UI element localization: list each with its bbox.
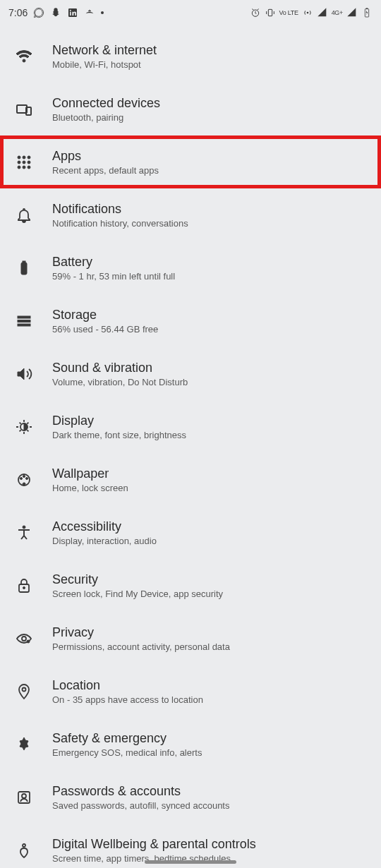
svg-rect-19 xyxy=(21,263,27,275)
display-icon xyxy=(13,416,35,438)
signal-1-icon xyxy=(317,7,328,18)
svg-rect-22 xyxy=(18,320,30,322)
missed-call-icon xyxy=(84,7,95,18)
setting-subtitle: Dark theme, font size, brightness xyxy=(52,430,186,440)
setting-sound[interactable]: Sound & vibration Volume, vibration, Do … xyxy=(0,347,381,400)
setting-title: Apps xyxy=(52,149,159,164)
signal-2-icon xyxy=(346,7,358,18)
wellbeing-icon xyxy=(13,839,35,862)
setting-subtitle: Mobile, Wi-Fi, hotspot xyxy=(52,59,157,70)
setting-subtitle: Recent apps, default apps xyxy=(52,165,159,176)
svg-point-11 xyxy=(23,156,25,159)
overflow-dot-icon xyxy=(101,11,104,14)
svg-rect-7 xyxy=(366,8,368,8)
setting-subtitle: Saved passwords, autofill, synced accoun… xyxy=(52,800,229,811)
setting-subtitle: Permissions, account activity, personal … xyxy=(52,641,230,652)
svg-point-12 xyxy=(28,156,30,159)
setting-subtitle: Volume, vibration, Do Not Disturb xyxy=(52,377,188,387)
lock-icon xyxy=(13,574,35,597)
setting-title: Privacy xyxy=(52,625,230,640)
setting-title: Security xyxy=(52,572,223,587)
svg-point-18 xyxy=(28,166,30,169)
setting-title: Passwords & accounts xyxy=(52,784,229,799)
setting-subtitle: Emergency SOS, medical info, alerts xyxy=(52,747,202,758)
svg-point-10 xyxy=(18,156,20,159)
setting-accessibility[interactable]: Accessibility Display, interaction, audi… xyxy=(0,506,381,559)
svg-point-15 xyxy=(28,161,30,164)
status-bar: 7:06 Vo LTE 4G+ xyxy=(0,0,381,23)
setting-connected-devices[interactable]: Connected devices Bluetooth, pairing xyxy=(0,83,381,135)
setting-title: Notifications xyxy=(52,202,188,217)
setting-title: Network & internet xyxy=(52,43,157,58)
svg-rect-1 xyxy=(70,12,71,16)
linkedin-icon xyxy=(67,7,78,18)
setting-privacy[interactable]: Privacy Permissions, account activity, p… xyxy=(0,612,381,665)
setting-subtitle: Notification history, conversations xyxy=(52,218,188,229)
setting-apps[interactable]: Apps Recent apps, default apps xyxy=(0,135,381,188)
vibrate-icon xyxy=(265,7,276,18)
battery-icon xyxy=(13,257,35,279)
snapchat-icon xyxy=(50,7,61,18)
svg-point-13 xyxy=(18,161,20,164)
setting-subtitle: Screen lock, Find My Device, app securit… xyxy=(52,589,223,599)
storage-icon xyxy=(13,310,35,332)
network-type: 4G+ xyxy=(332,9,343,16)
setting-title: Connected devices xyxy=(52,96,160,111)
svg-point-27 xyxy=(23,475,25,477)
status-left: 7:06 xyxy=(8,7,104,18)
setting-storage[interactable]: Storage 56% used - 56.44 GB free xyxy=(0,294,381,347)
setting-title: Sound & vibration xyxy=(52,361,188,375)
nav-indicator[interactable] xyxy=(145,860,236,864)
location-icon xyxy=(13,680,35,703)
svg-point-2 xyxy=(70,10,71,11)
svg-point-31 xyxy=(23,586,25,589)
setting-title: Location xyxy=(52,678,203,693)
setting-display[interactable]: Display Dark theme, font size, brightnes… xyxy=(0,400,381,453)
setting-subtitle: Home, lock screen xyxy=(52,483,128,493)
volte-label: Vo LTE xyxy=(279,10,298,16)
settings-list[interactable]: Network & internet Mobile, Wi-Fi, hotspo… xyxy=(0,23,381,868)
setting-notifications[interactable]: Notifications Notification history, conv… xyxy=(0,188,381,241)
privacy-icon xyxy=(13,627,35,650)
setting-subtitle: 59% - 1 hr, 53 min left until full xyxy=(52,271,175,282)
battery-status-icon xyxy=(361,7,373,18)
svg-point-36 xyxy=(22,794,26,798)
passwords-icon xyxy=(13,786,35,809)
setting-wallpaper[interactable]: Wallpaper Home, lock screen xyxy=(0,453,381,506)
apps-grid-icon xyxy=(13,151,35,174)
devices-icon xyxy=(13,98,35,121)
setting-battery[interactable]: Battery 59% - 1 hr, 53 min left until fu… xyxy=(0,241,381,294)
setting-network[interactable]: Network & internet Mobile, Wi-Fi, hotspo… xyxy=(0,30,381,83)
svg-rect-23 xyxy=(18,324,30,326)
svg-point-16 xyxy=(18,166,20,169)
sound-icon xyxy=(13,363,35,385)
svg-rect-21 xyxy=(18,316,30,318)
svg-point-5 xyxy=(306,12,308,14)
status-time: 7:06 xyxy=(8,7,28,18)
setting-title: Wallpaper xyxy=(52,466,128,481)
svg-rect-4 xyxy=(268,9,272,16)
wifi-icon xyxy=(13,45,35,68)
svg-point-14 xyxy=(23,161,25,164)
setting-safety[interactable]: Safety & emergency Emergency SOS, medica… xyxy=(0,718,381,771)
setting-subtitle: 56% used - 56.44 GB free xyxy=(52,324,158,334)
svg-rect-8 xyxy=(17,105,27,113)
svg-point-32 xyxy=(22,637,26,641)
accessibility-icon xyxy=(13,522,35,544)
status-right: Vo LTE 4G+ xyxy=(250,7,373,18)
hotspot-icon xyxy=(302,7,313,18)
bell-icon xyxy=(13,204,35,227)
setting-security[interactable]: Security Screen lock, Find My Device, ap… xyxy=(0,559,381,612)
setting-title: Digital Wellbeing & parental controls xyxy=(52,837,256,852)
svg-point-28 xyxy=(26,477,28,479)
setting-title: Storage xyxy=(52,308,158,323)
setting-subtitle: On - 35 apps have access to location xyxy=(52,694,203,705)
setting-title: Display xyxy=(52,414,186,428)
svg-point-17 xyxy=(23,166,25,169)
svg-point-33 xyxy=(27,640,30,643)
setting-passwords[interactable]: Passwords & accounts Saved passwords, au… xyxy=(0,771,381,824)
setting-title: Accessibility xyxy=(52,519,157,534)
setting-location[interactable]: Location On - 35 apps have access to loc… xyxy=(0,665,381,718)
svg-point-26 xyxy=(20,477,23,479)
svg-point-29 xyxy=(23,526,25,529)
